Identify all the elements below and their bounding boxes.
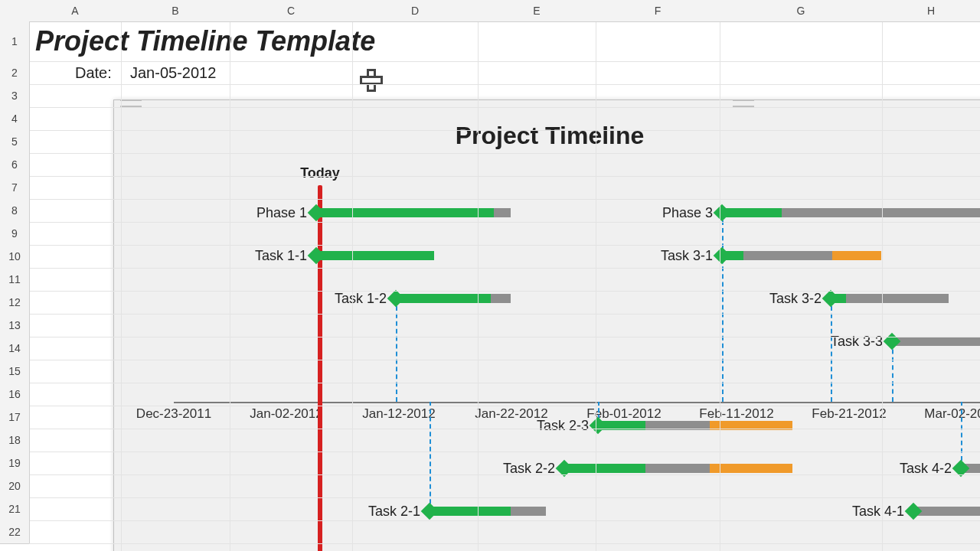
milestone-diamond-icon <box>905 503 923 520</box>
axis-tick-label: Feb-21-2012 <box>812 406 886 422</box>
gridline <box>29 199 980 200</box>
row-header[interactable]: 1 <box>0 21 30 62</box>
gridline <box>29 452 980 452</box>
gridline <box>720 21 720 551</box>
gridline <box>29 314 980 315</box>
row-header[interactable]: 5 <box>0 130 30 154</box>
worksheet[interactable]: // deferred render happens after JSON pa… <box>0 0 980 551</box>
gridline <box>29 429 980 429</box>
gridline <box>29 497 980 498</box>
row-header[interactable]: 20 <box>0 474 30 498</box>
bar-label: Task 3-3 <box>831 334 883 350</box>
column-header[interactable]: A <box>29 0 122 22</box>
bar-progress <box>316 208 494 217</box>
page-title: Project Timeline Template <box>35 25 375 57</box>
x-axis <box>174 402 980 403</box>
row-header[interactable]: 2 <box>0 61 30 85</box>
gridline <box>29 543 980 544</box>
row-header[interactable]: 11 <box>0 268 30 292</box>
bar-label: Task 4-1 <box>852 504 904 520</box>
chart-plot-area: Dec-23-2011Jan-02-2012Jan-12-2012Jan-22-… <box>174 181 980 551</box>
column-header[interactable]: E <box>478 0 596 22</box>
axis-tick-label: Jan-02-2012 <box>250 406 322 422</box>
row-header[interactable]: 18 <box>0 429 30 452</box>
bar-progress <box>396 294 491 303</box>
bar-progress <box>722 208 782 217</box>
milestone-diamond-icon <box>421 503 439 520</box>
date-value[interactable]: Jan-05-2012 <box>130 64 216 82</box>
milestone-diamond-icon <box>387 290 405 308</box>
row-header[interactable]: 21 <box>0 497 30 521</box>
row-header[interactable]: 4 <box>0 107 30 131</box>
milestone-diamond-icon <box>714 204 731 222</box>
chart-title: Project Timeline <box>114 122 980 150</box>
row-header[interactable]: 9 <box>0 222 30 246</box>
row-header[interactable]: 13 <box>0 314 30 337</box>
row-header[interactable]: 10 <box>0 245 30 269</box>
axis-tick-label: Mar-02-2012 <box>924 406 980 422</box>
bar-label: Phase 3 <box>662 205 713 221</box>
bar-duration[interactable] <box>913 507 980 516</box>
row-header[interactable]: 15 <box>0 360 30 383</box>
bar-overrun <box>710 464 792 473</box>
bar-overrun <box>832 251 881 260</box>
milestone-diamond-icon <box>822 290 840 308</box>
bar-label: Phase 1 <box>256 205 307 221</box>
bar-progress <box>430 507 511 516</box>
date-label: Date: <box>75 64 112 82</box>
row-header[interactable]: 7 <box>0 176 30 200</box>
today-line <box>318 185 322 551</box>
column-header[interactable]: D <box>352 0 479 22</box>
gridline <box>29 360 980 360</box>
column-header[interactable]: B <box>121 0 230 22</box>
row-header[interactable]: 12 <box>0 291 30 315</box>
gridline <box>29 337 980 337</box>
row-header[interactable]: 16 <box>0 383 30 406</box>
row-header[interactable]: 17 <box>0 406 30 429</box>
row-header[interactable]: 22 <box>0 520 30 544</box>
drop-line <box>961 402 962 468</box>
milestone-diamond-icon <box>714 247 731 265</box>
gridline <box>882 21 883 551</box>
gridline <box>478 21 479 551</box>
select-all-corner[interactable] <box>0 0 30 22</box>
today-label: Today <box>300 165 340 181</box>
bar-label: Task 3-1 <box>661 248 713 264</box>
gridline <box>29 474 980 475</box>
row-header[interactable]: 6 <box>0 153 30 177</box>
row-header[interactable]: 14 <box>0 337 30 360</box>
axis-tick-label: Feb-11-2012 <box>699 406 773 422</box>
bar-progress <box>564 464 645 473</box>
gridline <box>29 61 980 62</box>
row-header[interactable]: 19 <box>0 452 30 475</box>
cell-cursor-icon <box>360 69 380 89</box>
gridline <box>29 520 980 521</box>
milestone-diamond-icon <box>884 333 901 350</box>
bar-label: Task 1-1 <box>255 248 307 264</box>
chart-resize-handle[interactable] <box>120 99 142 107</box>
row-header[interactable]: 3 <box>0 84 30 108</box>
chart-object[interactable]: Project Timeline Dec-23-2011Jan-02-2012J… <box>113 99 980 551</box>
gridline <box>29 84 980 85</box>
row-header[interactable]: 8 <box>0 199 30 223</box>
drop-line <box>892 341 893 402</box>
gridline <box>29 291 980 292</box>
drop-line <box>430 402 431 511</box>
drop-line <box>722 213 724 402</box>
bar-duration[interactable] <box>892 337 980 346</box>
chart-resize-handle[interactable] <box>733 99 754 107</box>
bar-duration[interactable] <box>831 294 949 303</box>
gridline <box>29 176 980 177</box>
gridline <box>29 222 980 223</box>
column-header[interactable]: C <box>230 0 353 22</box>
gridline <box>29 268 980 269</box>
column-header[interactable]: H <box>882 0 980 22</box>
axis-tick-label: Dec-23-2011 <box>136 406 211 422</box>
gridline <box>230 21 230 551</box>
gridline <box>596 21 596 551</box>
column-header[interactable]: F <box>596 0 720 22</box>
gridline <box>29 153 980 154</box>
axis-tick-label: Jan-12-2012 <box>362 406 435 422</box>
gridline <box>29 107 980 108</box>
column-header[interactable]: G <box>720 0 883 22</box>
